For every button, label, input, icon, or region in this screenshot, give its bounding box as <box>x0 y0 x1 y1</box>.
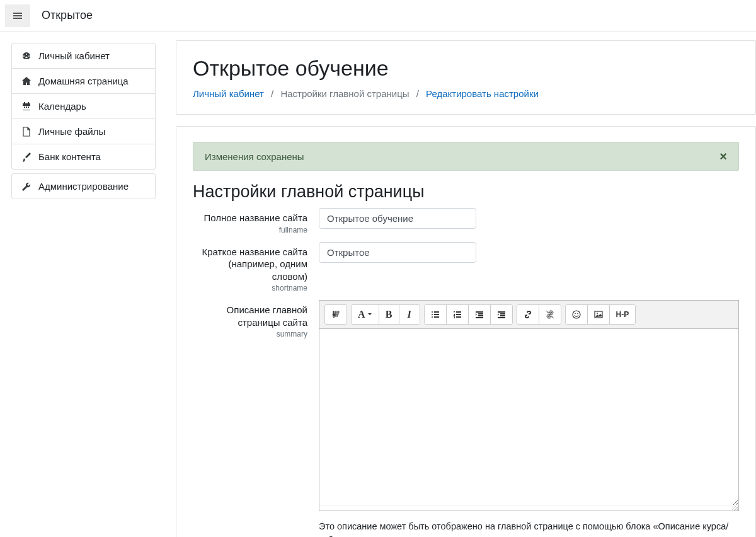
bold-icon: B <box>386 309 392 320</box>
hamburger-button[interactable] <box>5 4 30 27</box>
unlink-icon <box>546 310 554 319</box>
wrench-icon <box>21 182 32 192</box>
image-icon <box>594 310 603 319</box>
file-icon <box>21 127 32 137</box>
fullname-label: Полное название сайта <box>193 212 307 224</box>
toolbar-bold-button[interactable]: B <box>379 305 399 324</box>
toolbar-paragraph-button[interactable]: A <box>352 305 379 324</box>
outdent-icon <box>475 310 484 319</box>
sidebar-item-label: Домашняя страница <box>38 76 129 86</box>
toolbar-ol-button[interactable] <box>447 305 469 324</box>
shortname-help: shortname <box>193 284 307 292</box>
topbar: Открытое <box>0 0 756 32</box>
sidebar-item-label: Календарь <box>38 101 86 112</box>
fullname-input[interactable] <box>319 208 476 229</box>
form-row-shortname: Краткое название сайта (например, одним … <box>193 242 739 293</box>
section-title: Настройки главной страницы <box>193 182 739 202</box>
sidebar-item-admin[interactable]: Администрирование <box>12 174 155 199</box>
breadcrumb: Личный кабинет / Настройки главной стран… <box>193 88 739 99</box>
dashboard-icon <box>21 51 32 61</box>
form-row-summary: Описание главной страницы сайта summary … <box>193 300 739 537</box>
rich-text-editor: A B I <box>319 300 739 511</box>
h5p-icon: H-P <box>616 310 629 319</box>
smile-icon <box>572 310 581 319</box>
sidebar-item-files[interactable]: Личные файлы <box>12 119 155 144</box>
sidebar-item-home[interactable]: Домашняя страница <box>12 69 155 94</box>
sidebar-item-label: Личные файлы <box>38 126 105 137</box>
breadcrumb-separator: / <box>416 88 419 99</box>
calendar-icon <box>21 101 32 112</box>
svg-point-2 <box>432 316 433 318</box>
editor-resize-handle[interactable] <box>319 505 738 511</box>
breadcrumb-current[interactable]: Редактировать настройки <box>426 88 539 99</box>
shortname-input[interactable] <box>319 242 476 263</box>
toolbar-ul-button[interactable] <box>425 305 447 324</box>
fullname-help: fullname <box>193 226 307 234</box>
list-ol-icon <box>453 310 462 319</box>
shortname-label: Краткое название сайта (например, одним … <box>193 246 307 283</box>
header-card: Открытое обучение Личный кабинет / Настр… <box>176 40 756 115</box>
breadcrumb-mid: Настройки главной страницы <box>280 88 409 99</box>
svg-point-7 <box>597 313 598 314</box>
paragraph-icon: A <box>358 309 365 320</box>
nav-list-admin: Администрирование <box>11 173 156 199</box>
editor-body[interactable] <box>319 329 738 505</box>
sidebar-item-label: Банк контента <box>38 151 101 162</box>
sidebar-item-calendar[interactable]: Календарь <box>12 94 155 119</box>
alert-close-button[interactable]: × <box>719 150 727 163</box>
svg-point-3 <box>573 311 580 318</box>
editor-toolbar: A B I <box>319 301 738 329</box>
form-row-fullname: Полное название сайта fullname <box>193 208 739 234</box>
alert-text: Изменения сохранены <box>205 151 304 162</box>
summary-label: Описание главной страницы сайта <box>193 304 307 328</box>
toolbar-unlink-button[interactable] <box>539 305 561 324</box>
expand-icon <box>331 310 340 319</box>
svg-point-4 <box>575 313 576 315</box>
sidebar-item-contentbank[interactable]: Банк контента <box>12 144 155 169</box>
sidebar: Личный кабинет Домашняя страница Календа… <box>0 32 167 537</box>
indent-icon <box>497 310 506 319</box>
svg-point-0 <box>432 311 433 313</box>
svg-point-1 <box>432 314 433 315</box>
link-icon <box>524 310 532 319</box>
breadcrumb-dashboard[interactable]: Личный кабинет <box>193 88 264 99</box>
topbar-title: Открытое <box>42 9 93 22</box>
sidebar-item-label: Администрирование <box>38 181 129 192</box>
nav-list: Личный кабинет Домашняя страница Календа… <box>11 43 156 170</box>
toolbar-link-button[interactable] <box>517 305 539 324</box>
svg-point-5 <box>577 313 578 315</box>
main-content: Открытое обучение Личный кабинет / Настр… <box>167 32 756 537</box>
toolbar-italic-button[interactable]: I <box>399 305 420 324</box>
home-icon <box>21 76 32 86</box>
chevron-down-icon <box>367 312 372 317</box>
toolbar-outdent-button[interactable] <box>469 305 491 324</box>
italic-icon: I <box>407 309 411 320</box>
summary-help: summary <box>193 330 307 338</box>
breadcrumb-separator: / <box>271 88 273 99</box>
page-title: Открытое обучение <box>193 56 739 81</box>
form-card: Изменения сохранены × Настройки главной … <box>176 126 756 537</box>
sidebar-item-dashboard[interactable]: Личный кабинет <box>12 43 155 69</box>
hamburger-icon <box>13 11 23 21</box>
summary-description: Это описание может быть отображено на гл… <box>319 520 739 537</box>
toolbar-image-button[interactable] <box>588 305 610 324</box>
alert-success: Изменения сохранены × <box>193 142 739 171</box>
brush-icon <box>21 152 32 162</box>
list-ul-icon <box>431 310 440 319</box>
toolbar-h5p-button[interactable]: H-P <box>610 305 636 324</box>
toolbar-expand-button[interactable] <box>325 305 346 324</box>
toolbar-emoji-button[interactable] <box>566 305 588 324</box>
sidebar-item-label: Личный кабинет <box>38 50 110 61</box>
close-icon: × <box>719 149 727 163</box>
toolbar-indent-button[interactable] <box>491 305 512 324</box>
